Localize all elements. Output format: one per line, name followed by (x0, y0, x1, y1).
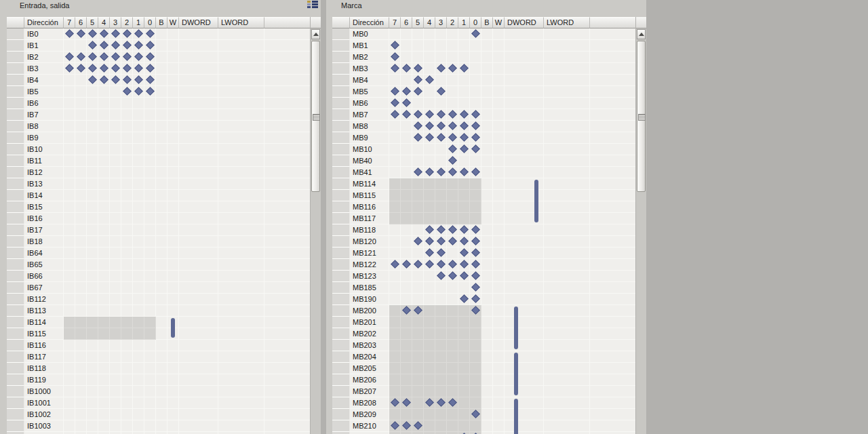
table-row[interactable]: IB13 (7, 178, 310, 190)
table-row[interactable]: MB205 (332, 363, 635, 374)
table-row[interactable]: IB11 (7, 155, 310, 167)
table-row[interactable]: MB122 (332, 259, 635, 271)
table-row[interactable]: MB9 (332, 132, 635, 144)
table-row[interactable]: MB5 (332, 86, 635, 98)
column-header[interactable]: 2 (447, 17, 458, 28)
table-row[interactable]: IB14 (7, 190, 310, 201)
vertical-scrollbar[interactable] (310, 17, 321, 434)
table-row[interactable]: IB1001 (7, 397, 310, 409)
table-row[interactable]: MB209 (332, 409, 635, 420)
column-header[interactable]: 4 (424, 17, 435, 28)
table-row[interactable]: MB190 (332, 294, 635, 305)
legend-icon[interactable] (307, 1, 318, 10)
table-row[interactable]: IB116 (7, 340, 310, 351)
table-row[interactable]: MB7 (332, 109, 635, 121)
column-header[interactable]: B (481, 17, 493, 28)
table-row[interactable]: MB120 (332, 236, 635, 248)
column-header[interactable]: 7 (64, 17, 75, 28)
column-header[interactable]: 5 (87, 17, 98, 28)
table-row[interactable]: IB119 (7, 374, 310, 386)
table-row[interactable]: IB1003 (7, 420, 310, 432)
table-row[interactable]: IB115 (7, 328, 310, 340)
table-row[interactable]: IB4 (7, 75, 310, 86)
table-row[interactable]: MB210 (332, 420, 635, 432)
column-header[interactable]: 6 (401, 17, 412, 28)
table-row[interactable]: IB15 (7, 201, 310, 213)
column-header[interactable]: 5 (412, 17, 424, 28)
table-row[interactable]: MB117 (332, 213, 635, 224)
table-row[interactable]: MB6 (332, 98, 635, 109)
table-row[interactable]: MB3 (332, 63, 635, 75)
table-row[interactable]: IB117 (7, 351, 310, 363)
table-row[interactable]: MB123 (332, 271, 635, 282)
table-row[interactable]: IB64 (7, 248, 310, 259)
table-row[interactable]: IB6 (7, 98, 310, 109)
table-row[interactable]: MB200 (332, 305, 635, 317)
scroll-up-button[interactable] (311, 29, 320, 39)
table-row[interactable]: IB12 (7, 167, 310, 178)
table-row[interactable]: IB113 (7, 305, 310, 317)
table-row[interactable]: MB4 (332, 75, 635, 86)
scrollbar-thumb[interactable] (637, 41, 646, 192)
table-row[interactable]: IB118 (7, 363, 310, 374)
column-header[interactable]: B (156, 17, 167, 28)
table-row[interactable]: MB118 (332, 224, 635, 236)
table-row[interactable]: MB201 (332, 317, 635, 328)
table-row[interactable]: IB9 (7, 132, 310, 144)
table-row[interactable]: MB207 (332, 386, 635, 397)
table-row[interactable]: MB10 (332, 144, 635, 155)
table-row[interactable]: MB114 (332, 178, 635, 190)
column-header[interactable]: LWORD (218, 17, 264, 28)
column-header[interactable]: 4 (98, 17, 110, 28)
table-row[interactable]: IB66 (7, 271, 310, 282)
table-row[interactable]: IB7 (7, 109, 310, 121)
table-row[interactable]: IB17 (7, 224, 310, 236)
table-row[interactable]: MB206 (332, 374, 635, 386)
column-header[interactable]: DWORD (179, 17, 218, 28)
table-row[interactable]: IB18 (7, 236, 310, 248)
table-row[interactable]: IB112 (7, 294, 310, 305)
column-header[interactable]: 6 (75, 17, 87, 28)
table-row[interactable]: IB1002 (7, 409, 310, 420)
column-header[interactable]: 7 (389, 17, 401, 28)
table-row[interactable]: IB5 (7, 86, 310, 98)
table-row[interactable]: IB114 (7, 317, 310, 328)
column-header[interactable]: 3 (435, 17, 447, 28)
table-row[interactable]: MB185 (332, 282, 635, 294)
table-row[interactable]: MB121 (332, 248, 635, 259)
table-row[interactable]: MB116 (332, 201, 635, 213)
column-header[interactable]: 0 (144, 17, 156, 28)
table-row[interactable]: IB1 (7, 40, 310, 52)
table-row[interactable]: IB65 (7, 259, 310, 271)
column-header[interactable]: W (167, 17, 179, 28)
table-row[interactable]: MB8 (332, 121, 635, 132)
column-header[interactable]: Dirección (350, 17, 389, 28)
table-row[interactable]: MB203 (332, 340, 635, 351)
table-row[interactable]: MB208 (332, 397, 635, 409)
scroll-up-button[interactable] (637, 29, 646, 39)
table-row[interactable]: MB202 (332, 328, 635, 340)
table-row[interactable]: MB2 (332, 52, 635, 63)
column-header[interactable]: DWORD (505, 17, 544, 28)
column-header[interactable]: 1 (458, 17, 470, 28)
table-row[interactable]: IB2 (7, 52, 310, 63)
vertical-scrollbar[interactable] (635, 17, 646, 434)
table-row[interactable]: IB8 (7, 121, 310, 132)
table-row[interactable]: IB67 (7, 282, 310, 294)
column-header[interactable]: W (493, 17, 505, 28)
table-row[interactable]: IB1000 (7, 386, 310, 397)
table-row[interactable]: IB0 (7, 28, 310, 40)
table-row[interactable]: MB0 (332, 28, 635, 40)
column-header[interactable]: Dirección (24, 17, 64, 28)
table-row[interactable]: MB115 (332, 190, 635, 201)
column-header[interactable]: 2 (121, 17, 133, 28)
table-row[interactable]: IB10 (7, 144, 310, 155)
table-row[interactable]: MB41 (332, 167, 635, 178)
scrollbar-thumb[interactable] (311, 41, 320, 192)
column-header[interactable]: LWORD (544, 17, 590, 28)
column-header[interactable]: 3 (110, 17, 121, 28)
table-row[interactable]: IB16 (7, 213, 310, 224)
table-row[interactable]: IB3 (7, 63, 310, 75)
column-header[interactable]: 1 (133, 17, 144, 28)
table-row[interactable]: MB40 (332, 155, 635, 167)
